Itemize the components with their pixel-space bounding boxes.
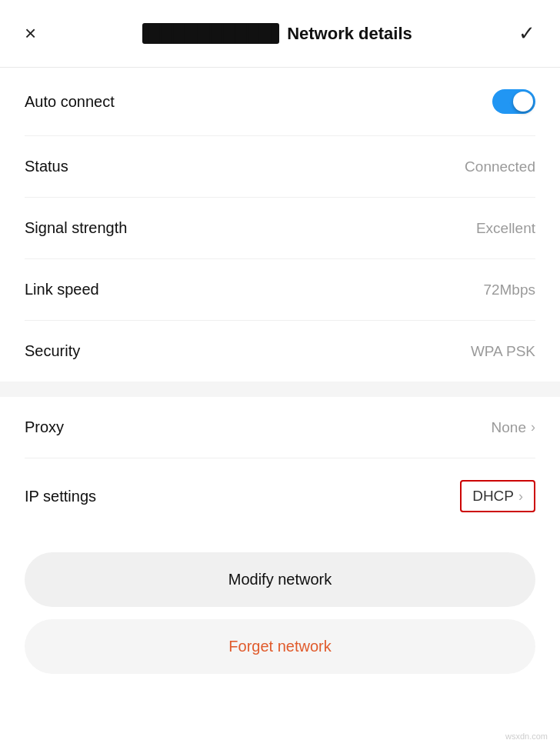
auto-connect-label: Auto connect (25, 93, 115, 111)
link-speed-row: Link speed 72Mbps (25, 259, 535, 321)
page-title: Network details (287, 24, 412, 44)
proxy-value-area: None › (492, 419, 535, 436)
status-value: Connected (465, 158, 535, 175)
security-value: WPA PSK (471, 343, 535, 360)
link-speed-label: Link speed (25, 281, 99, 298)
proxy-chevron-icon: › (531, 419, 535, 435)
proxy-label: Proxy (25, 418, 64, 436)
phone-container: × ██████████ Network details ✓ Auto conn… (0, 0, 560, 750)
toggle-slider (492, 89, 535, 114)
settings-section-2: Proxy None › IP settings DHCP › (0, 397, 560, 534)
security-label: Security (25, 342, 80, 360)
close-icon[interactable]: × (25, 22, 36, 45)
watermark: wsxdn.com (505, 732, 548, 741)
ip-settings-value-area[interactable]: DHCP › (460, 480, 535, 512)
modify-network-button[interactable]: Modify network (25, 552, 535, 607)
header: × ██████████ Network details ✓ (0, 0, 560, 68)
proxy-value: None (492, 419, 526, 436)
status-label: Status (25, 158, 68, 175)
ip-settings-value: DHCP (472, 488, 514, 505)
auto-connect-row: Auto connect (25, 68, 535, 136)
buttons-section: Modify network Forget network (0, 534, 560, 689)
signal-strength-label: Signal strength (25, 219, 127, 237)
signal-strength-row: Signal strength Excellent (25, 198, 535, 259)
link-speed-value: 72Mbps (483, 282, 535, 298)
ip-settings-label: IP settings (25, 488, 96, 505)
status-row: Status Connected (25, 136, 535, 198)
settings-section: Auto connect Status Connected Signal str… (0, 68, 560, 382)
forget-network-button[interactable]: Forget network (25, 619, 535, 674)
confirm-icon[interactable]: ✓ (518, 22, 535, 45)
auto-connect-toggle[interactable] (492, 89, 535, 114)
header-title-area: ██████████ Network details (36, 23, 518, 44)
ssid-redacted: ██████████ (142, 23, 279, 44)
proxy-row[interactable]: Proxy None › (25, 397, 535, 458)
ip-settings-chevron-icon: › (518, 488, 523, 505)
signal-strength-value: Excellent (476, 220, 535, 237)
security-row: Security WPA PSK (25, 321, 535, 382)
ip-settings-row[interactable]: IP settings DHCP › (25, 458, 535, 534)
section-divider (0, 382, 560, 397)
